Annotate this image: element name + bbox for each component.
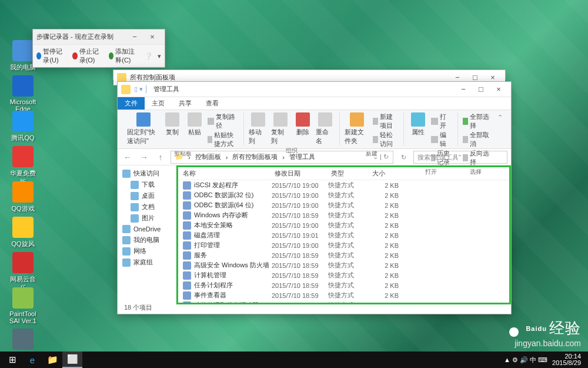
nav-pane[interactable]: 快速访问下载桌面文档图片OneDrive我的电脑网络家庭组: [118, 165, 176, 304]
task-explorer[interactable]: 📁: [42, 352, 62, 368]
help-icon[interactable]: ❔: [145, 52, 153, 60]
system-tray[interactable]: ▲ ⚙ 🔊 中 ⌨ 20:142015/8/29: [504, 353, 586, 366]
task-cp[interactable]: ⬜: [62, 352, 82, 368]
select-all[interactable]: 全部选择: [463, 112, 489, 130]
paste-shortcut[interactable]: 粘贴快捷方式: [208, 131, 239, 148]
crumb-segment[interactable]: 管理工具: [288, 152, 317, 161]
forward-button[interactable]: →: [138, 151, 151, 164]
file-row[interactable]: ODBC 数据源(64 位)2015/7/10 19:00快捷方式2 KB: [178, 200, 509, 210]
properties[interactable]: 属性: [409, 112, 427, 137]
desktop-icon-1[interactable]: Microsoft Edge: [8, 75, 38, 112]
copy-to[interactable]: 复制到: [271, 112, 290, 145]
explorer-window[interactable]: ▯ ▾ │管理工具 −□× 文件主页共享查看 固定到"快速访问" 复制 粘贴 复…: [117, 81, 512, 314]
copy-path[interactable]: 复制路径: [208, 112, 239, 130]
file-row[interactable]: 本地安全策略2015/7/10 19:00快捷方式2 KB: [178, 220, 509, 230]
pause-record-button[interactable]: 暂停记录(U): [36, 47, 68, 65]
task-ie[interactable]: e: [22, 352, 42, 368]
dropdown-icon[interactable]: ▾: [158, 52, 161, 60]
file-row[interactable]: Windows 内存诊断2015/7/10 18:59快捷方式2 KB: [178, 210, 509, 220]
file-list[interactable]: 名称修改日期类型大小 iSCSI 发起程序2015/7/10 19:00快捷方式…: [176, 165, 511, 304]
nav-item[interactable]: 文档: [118, 201, 176, 213]
start-button[interactable]: ⊞: [2, 352, 22, 368]
rename-button[interactable]: 重命名: [316, 112, 335, 145]
column-headers[interactable]: 名称修改日期类型大小: [178, 167, 509, 180]
new-folder[interactable]: 新建文件夹: [345, 112, 369, 145]
nav-item[interactable]: 我的电脑: [118, 234, 176, 246]
nav-item[interactable]: 网络: [118, 246, 176, 257]
file-row[interactable]: 碎片整理和优化驱动器2015/7/10 18:59快捷方式2 KB: [178, 300, 509, 304]
easy-access[interactable]: 轻松访问: [373, 131, 399, 148]
file-row[interactable]: iSCSI 发起程序2015/7/10 19:00快捷方式2 KB: [178, 180, 509, 190]
desktop-icon-2[interactable]: 腾讯QQ: [8, 111, 38, 142]
crumb-segment[interactable]: ›: [280, 154, 286, 161]
shortcut-icon: [183, 271, 191, 280]
nav-item[interactable]: OneDrive: [118, 224, 176, 234]
file-row[interactable]: 打印管理2015/7/10 19:00快捷方式2 KB: [178, 240, 509, 250]
desktop-icon-5[interactable]: QQ旋风: [8, 217, 38, 248]
file-row[interactable]: 磁盘清理2015/7/10 19:01快捷方式2 KB: [178, 230, 509, 240]
move-to[interactable]: 移动到: [249, 112, 268, 145]
desktop-icon-6[interactable]: 网易云音乐: [8, 252, 38, 293]
file-row[interactable]: 任务计划程序2015/7/10 18:59快捷方式2 KB: [178, 280, 509, 290]
open-btn[interactable]: 打开: [431, 112, 452, 130]
min-button[interactable]: −: [455, 83, 472, 96]
steps-recorder-window[interactable]: 步骤记录器 - 现在正在录制 −× 暂停记录(U) 停止记录(O) 添加注释(C…: [32, 29, 165, 68]
stop-record-button[interactable]: 停止记录(O): [72, 47, 104, 65]
file-row[interactable]: 服务2015/7/10 18:59快捷方式2 KB: [178, 250, 509, 260]
close-button[interactable]: ×: [490, 83, 507, 96]
folder-icon: [122, 170, 131, 178]
pin-quick-access[interactable]: 固定到"快速访问": [127, 112, 159, 145]
file-row[interactable]: ODBC 数据源(32 位)2015/7/10 19:00快捷方式2 KB: [178, 190, 509, 200]
tab-查看[interactable]: 查看: [199, 97, 226, 110]
folder-icon: [122, 258, 131, 267]
tab-共享[interactable]: 共享: [172, 97, 199, 110]
control-panel-window[interactable]: 所有控制面板项 −□×: [113, 69, 506, 80]
up-button[interactable]: ↑: [154, 151, 167, 164]
taskbar[interactable]: ⊞ e 📁 ⬜ ▲ ⚙ 🔊 中 ⌨ 20:142015/8/29: [0, 352, 588, 368]
breadcrumb[interactable]: 📁›控制面板›所有控制面板项›管理工具⌄ | ↻: [171, 151, 393, 164]
add-note-button[interactable]: 添加注释(C): [109, 47, 140, 65]
shortcut-icon: [183, 301, 191, 305]
desktop-icon-4[interactable]: QQ游戏: [8, 181, 38, 213]
crumb-segment[interactable]: ›: [186, 154, 192, 161]
file-row[interactable]: 计算机管理2015/7/10 18:59快捷方式2 KB: [178, 270, 509, 280]
desktop-icon-3[interactable]: 华夏免费版: [8, 146, 38, 187]
new-item[interactable]: 新建项目: [373, 112, 399, 130]
edit-btn[interactable]: 编辑: [431, 131, 452, 148]
recorder-min[interactable]: −: [126, 31, 143, 44]
nav-item[interactable]: 家庭组: [118, 257, 176, 268]
tab-文件[interactable]: 文件: [118, 97, 145, 110]
status-bar: 18 个项目: [119, 301, 157, 314]
file-row[interactable]: 高级安全 Windows 防火墙2015/7/10 18:59快捷方式2 KB: [178, 260, 509, 270]
desktop-icon-7[interactable]: PaintTool SAI Ver.1: [8, 287, 38, 324]
crumb-segment[interactable]: 所有控制面板项: [230, 152, 279, 161]
folder-icon: [131, 192, 139, 200]
shortcut-icon: [183, 241, 191, 250]
nav-item[interactable]: 图片: [118, 213, 176, 224]
max-button[interactable]: □: [472, 83, 490, 96]
crumb-segment[interactable]: ›: [224, 154, 230, 161]
clock[interactable]: 20:142015/8/29: [552, 353, 581, 366]
file-row[interactable]: 事件查看器2015/7/10 18:59快捷方式2 KB: [178, 290, 509, 300]
nav-item[interactable]: 下载: [118, 179, 176, 190]
copy-button[interactable]: 复制: [163, 112, 182, 137]
recorder-close[interactable]: ×: [143, 31, 161, 44]
folder-icon: [122, 236, 131, 244]
select-none[interactable]: 全部取消: [463, 131, 489, 148]
app-icon: [12, 181, 34, 203]
back-button[interactable]: ←: [121, 151, 134, 164]
search-input[interactable]: 搜索"管理工具": [413, 151, 507, 164]
refresh-button[interactable]: ↻: [397, 151, 410, 164]
nav-item[interactable]: 快速访问: [118, 168, 176, 179]
folder-icon: [122, 247, 131, 256]
app-icon: [12, 252, 34, 273]
nav-item[interactable]: 桌面: [118, 190, 176, 201]
tab-主页[interactable]: 主页: [145, 97, 172, 110]
delete-button[interactable]: 删除: [293, 112, 312, 137]
stop-icon: [72, 52, 77, 59]
collapse-ribbon-icon[interactable]: ⌃: [494, 112, 506, 146]
shortcut-icon: [183, 291, 191, 300]
crumb-segment[interactable]: 控制面板: [193, 152, 223, 161]
paste-button[interactable]: 粘贴: [185, 112, 204, 137]
shortcut-icon: [183, 231, 191, 240]
